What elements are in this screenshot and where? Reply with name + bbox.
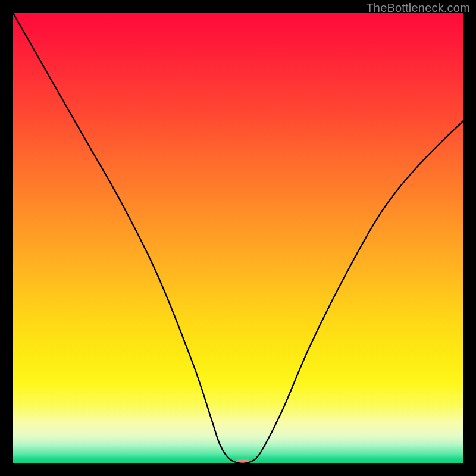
- watermark-text: TheBottleneck.com: [366, 1, 470, 15]
- chart-stage: TheBottleneck.com: [0, 0, 476, 476]
- bottleneck-curve: [13, 13, 463, 463]
- plot-area: [13, 13, 463, 463]
